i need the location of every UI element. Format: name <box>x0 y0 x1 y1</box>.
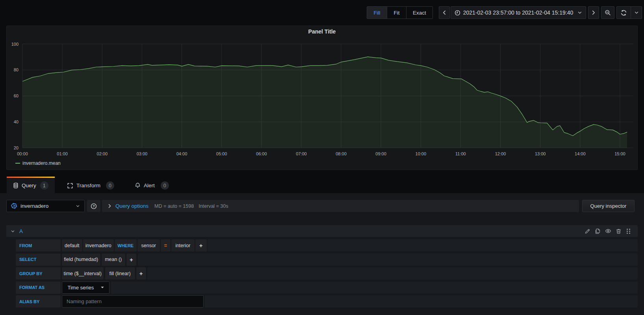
svg-text:03:00: 03:00 <box>137 151 148 156</box>
svg-text:11:00: 11:00 <box>455 151 466 156</box>
svg-text:04:00: 04:00 <box>176 151 187 156</box>
svg-text:invernadero.mean: invernadero.mean <box>22 160 61 166</box>
svg-text:13:00: 13:00 <box>535 151 546 156</box>
svg-text:?: ? <box>93 204 95 208</box>
svg-text:15:00: 15:00 <box>614 151 625 156</box>
svg-text:80: 80 <box>14 67 19 72</box>
svg-text:07:00: 07:00 <box>296 151 307 156</box>
svg-text:06:00: 06:00 <box>256 151 267 156</box>
svg-text:20: 20 <box>14 145 19 150</box>
svg-text:02:00: 02:00 <box>97 151 108 156</box>
svg-text:10:00: 10:00 <box>416 151 427 156</box>
svg-text:40: 40 <box>14 119 19 124</box>
svg-text:08:00: 08:00 <box>336 151 347 156</box>
svg-text:05:00: 05:00 <box>216 151 227 156</box>
svg-text:12:00: 12:00 <box>495 151 506 156</box>
svg-text:00:00: 00:00 <box>17 151 28 156</box>
svg-text:09:00: 09:00 <box>375 151 386 156</box>
svg-text:60: 60 <box>14 93 19 98</box>
svg-text:100: 100 <box>11 42 19 47</box>
svg-text:14:00: 14:00 <box>575 151 586 156</box>
svg-text:01:00: 01:00 <box>57 151 68 156</box>
